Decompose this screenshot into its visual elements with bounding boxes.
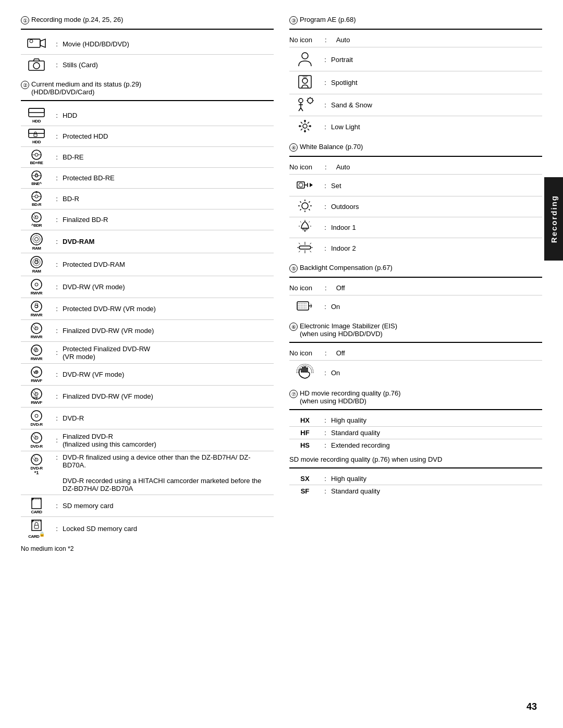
sd-quality-subtitle: SD movie recording quality (p.76) when u… (289, 455, 542, 463)
dvdram-label: DVD-RAM (62, 230, 274, 253)
section-6-num: ⑥ (289, 323, 298, 331)
table-row: RWVR : Finalized DVD-RW (VR mode) (21, 320, 274, 342)
dvdram-icon: RAM (28, 232, 45, 251)
svg-point-82 (299, 98, 303, 103)
table-row: RWVR : DVD-RW (VR mode) (21, 276, 274, 298)
svg-line-116 (300, 202, 301, 203)
table-row: BD-R : BD-R (21, 189, 274, 209)
low-light-icon (296, 118, 314, 134)
section-1-title: Recording mode (p.24, 25, 26) (31, 16, 123, 23)
svg-point-94 (303, 124, 307, 128)
section-2-header: ② Current medium and its status (p.29) (… (21, 80, 274, 96)
svg-point-108 (299, 183, 303, 187)
svg-rect-7 (29, 108, 44, 113)
svg-point-23 (35, 195, 38, 198)
backlight-no-icon-row: No icon : Off (289, 282, 542, 294)
table-row: BNE^ : Protected BD-RE (21, 168, 274, 189)
section-5-table: : On (289, 297, 542, 317)
section-3: ③ Program AE (p.68) No icon : Auto (289, 16, 542, 138)
table-row: DVD-R : DVD-R (21, 408, 274, 429)
svg-point-14 (35, 153, 38, 156)
svg-line-135 (310, 251, 312, 253)
table-row: SX : High quality (289, 473, 542, 485)
section-7-header: ⑦ HD movie recording quality (p.76) (whe… (289, 389, 542, 405)
section-1-table: : Movie (HDD/BD/DVD) : Stills (Card) (21, 34, 274, 75)
svg-line-117 (309, 209, 310, 210)
table-row: BD+RE : BD-RE (21, 147, 274, 168)
svg-rect-21 (35, 175, 38, 176)
table-row: : On (289, 297, 542, 317)
svg-line-93 (312, 98, 313, 99)
svg-rect-37 (35, 261, 38, 263)
bdre-protected-icon: BNE^ (28, 170, 45, 186)
bdr-finalized-icon: ^BDR (28, 212, 45, 228)
page-number: 43 (527, 701, 537, 712)
svg-rect-50 (34, 349, 36, 351)
table-row: : Indoor 1 (289, 217, 542, 238)
dvdrwvr-finalized-icon: RWVR (28, 322, 45, 339)
recording-tab: Recording (544, 177, 563, 261)
table-row: : Stills (Card) (21, 55, 274, 76)
left-column: ① Recording mode (p.24, 25, 26) (21, 16, 274, 558)
section-7b-divider (289, 467, 542, 468)
icon-cell (21, 34, 52, 55)
table-row: RWVR : Protected DVD-RW (VR mode) (21, 298, 274, 320)
table-row: HS : Extended recording (289, 439, 542, 452)
colon-cell: : (52, 34, 62, 55)
section-2: ② Current medium and its status (p.29) (… (21, 80, 274, 552)
colon-cell: : (52, 55, 62, 76)
table-row: : Spotlight (289, 71, 542, 94)
section-4-header: ④ White Balance (p.70) (289, 143, 542, 152)
icon-cell (21, 55, 52, 76)
table-row: CARD : SD memory card (21, 495, 274, 517)
indoor2-icon (296, 240, 314, 255)
section-3-num: ③ (289, 16, 298, 24)
table-row: RWVR : Protected Finalized DVD-RW(VR mod… (21, 342, 274, 364)
section-6-divider (289, 342, 542, 343)
section-7-table: HX : High quality HF : Standard quality … (289, 414, 542, 451)
eis-icon (295, 364, 315, 380)
svg-line-133 (310, 243, 312, 244)
dvdrwvf-icon: VF RWVF (28, 366, 45, 383)
svg-point-59 (31, 411, 42, 421)
spotlight-icon (297, 73, 313, 90)
svg-line-100 (308, 129, 309, 130)
table-row: : Set (289, 176, 542, 196)
svg-point-78 (302, 53, 308, 59)
svg-line-132 (299, 243, 300, 244)
section-1: ① Recording mode (p.24, 25, 26) (21, 16, 274, 75)
svg-rect-42 (35, 305, 38, 307)
svg-point-39 (35, 283, 38, 286)
section-4: ④ White Balance (p.70) No icon : Auto (289, 143, 542, 258)
sdcard-locked-icon: CARD🔒 (28, 519, 45, 539)
bdre-icon: BD+RE (28, 149, 45, 165)
section-5-divider (289, 277, 542, 278)
backlight-icon (296, 299, 314, 313)
table-row: HF : Standard quality (289, 427, 542, 439)
section-4-num: ④ (289, 143, 298, 152)
svg-point-60 (35, 414, 38, 417)
svg-line-134 (299, 251, 300, 253)
svg-text:VF: VF (33, 371, 39, 374)
section-5-header: ⑤ Backlight Compensation (p.67) (289, 264, 542, 273)
section-3-table: : Portrait : Spotlight (289, 48, 542, 138)
svg-rect-0 (28, 39, 40, 47)
table-row: HDD : Protected HDD (21, 126, 274, 147)
section-6-table: : On (289, 362, 542, 384)
table-row: : On (289, 362, 542, 384)
table-row: CARD🔒 : Locked SD memory card (21, 517, 274, 541)
svg-line-123 (300, 221, 301, 223)
page-layout: ① Recording mode (p.24, 25, 26) (21, 16, 542, 558)
section-1-divider (21, 29, 274, 30)
section-7-num: ⑦ (289, 390, 298, 398)
dvdrwvf-finalized-icon: VF RWVF (28, 388, 45, 405)
section-7-divider (289, 409, 542, 410)
table-row: : Low Light (289, 116, 542, 138)
section-2-footnote: No medium icon *2 (21, 545, 274, 552)
svg-line-119 (300, 209, 301, 210)
svg-rect-127 (299, 246, 311, 249)
dvdram-protected-icon: RAM (28, 255, 45, 274)
table-row: HDD : HDD (21, 105, 274, 126)
section-3-header: ③ Program AE (p.68) (289, 16, 542, 24)
section-7: ⑦ HD movie recording quality (p.76) (whe… (289, 389, 542, 497)
